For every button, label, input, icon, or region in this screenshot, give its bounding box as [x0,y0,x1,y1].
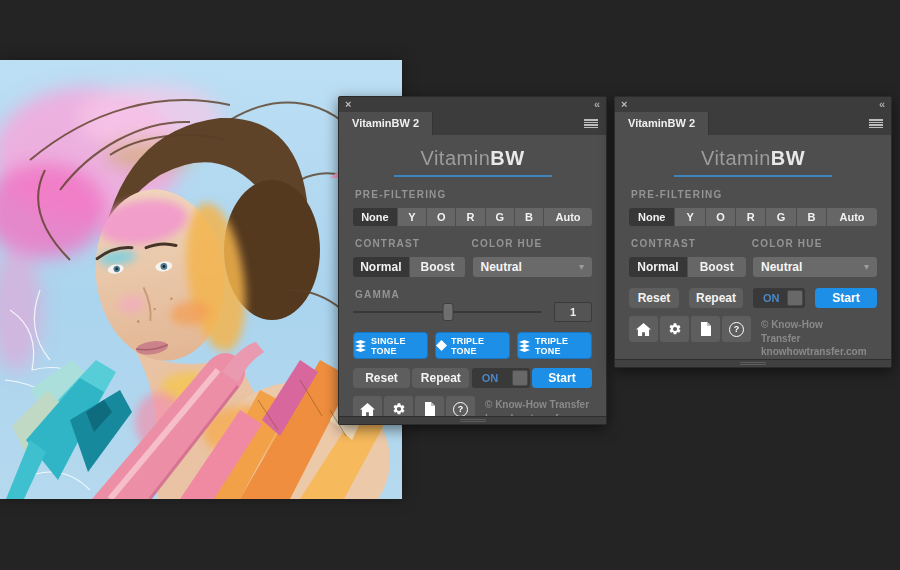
color-hue-label: COLOR HUE [748,238,875,249]
single-tone-label: SINGLE TONE [371,336,427,356]
pre-filtering-label: PRE-FILTERING [355,189,590,200]
triple-tone-button-b[interactable]: TRIPLE TONE [517,332,592,359]
plugin-title-bold: BW [771,147,805,169]
gear-icon [392,402,406,416]
on-toggle-label: ON [482,368,499,388]
triple-tone-button-a[interactable]: TRIPLE TONE [435,332,510,359]
filter-o-button[interactable]: O [427,208,455,226]
filter-g-button[interactable]: G [486,208,514,226]
color-hue-dropdown[interactable]: Neutral ▾ [753,257,877,277]
copyright-text: © Know-How Transfer knowhowtransfer.com [761,316,867,359]
copyright-line: knowhowtransfer.com [761,345,867,359]
on-toggle-knob[interactable] [787,290,803,306]
filter-o-button[interactable]: O [706,208,735,226]
chevron-down-icon: ▾ [864,261,869,272]
panel-right-tabbar: VitaminBW 2 [615,112,891,135]
document-icon [424,402,436,416]
panel-right-titlebar[interactable]: × « [615,97,891,112]
filter-r-button[interactable]: R [736,208,765,226]
triple-tone-label-a: TRIPLE TONE [451,336,509,356]
layers-stack-icon [518,340,531,352]
title-underline [674,175,832,177]
home-button[interactable] [629,316,658,342]
help-button[interactable]: ? [446,396,475,416]
plugin-title-bold: BW [490,147,524,169]
color-hue-value: Neutral [761,260,802,274]
settings-button[interactable] [384,396,413,416]
collapse-icon[interactable]: « [879,97,884,111]
collapse-icon[interactable]: « [594,97,599,111]
vitaminbw-panel-compact: × « VitaminBW 2 VitaminBW PRE-FILTERING … [614,96,892,368]
plugin-title-light: Vitamin [420,147,490,169]
filter-r-button[interactable]: R [456,208,484,226]
copyright-line: Transfer [761,332,867,346]
single-tone-button[interactable]: SINGLE TONE [353,332,428,359]
gamma-slider-handle[interactable] [442,303,453,321]
color-hue-label: COLOR HUE [468,238,590,249]
panel-left-content: VitaminBW PRE-FILTERING None Y O R G B A… [339,135,606,416]
plugin-title-light: Vitamin [701,147,771,169]
on-toggle[interactable]: ON [472,368,530,388]
panel-left-titlebar[interactable]: × « [339,97,606,112]
panel-resize-grip[interactable] [615,359,891,367]
gamma-value-field[interactable]: 1 [554,302,592,322]
contrast-label: CONTRAST [631,238,744,249]
panel-menu-icon[interactable] [869,119,883,128]
close-icon[interactable]: × [345,97,351,112]
reset-button[interactable]: Reset [353,368,410,388]
document-button[interactable] [691,316,720,342]
start-button[interactable]: Start [532,368,592,388]
layers-stack-icon [354,340,367,352]
reset-button[interactable]: Reset [629,288,679,308]
tab-vitaminbw2[interactable]: VitaminBW 2 [615,112,709,135]
start-button[interactable]: Start [815,288,877,308]
document-button[interactable] [415,396,444,416]
panel-menu-icon[interactable] [584,119,598,128]
close-icon[interactable]: × [621,97,627,112]
home-icon [360,403,375,416]
color-hue-dropdown[interactable]: Neutral ▾ [473,257,593,277]
filter-none-button[interactable]: None [629,208,674,226]
repeat-button[interactable]: Repeat [412,368,469,388]
copyright-text: © Know-How Transfer knowhowtransfer.com [485,396,591,416]
help-button[interactable]: ? [722,316,751,342]
filter-b-button[interactable]: B [797,208,826,226]
filter-b-button[interactable]: B [515,208,543,226]
diamond-icon [436,340,447,351]
chevron-down-icon: ▾ [579,261,584,272]
filter-none-button[interactable]: None [353,208,397,226]
filter-y-button[interactable]: Y [398,208,426,226]
panel-resize-grip[interactable] [339,416,606,424]
plugin-title: VitaminBW [353,147,592,177]
on-toggle-label: ON [763,288,780,308]
settings-button[interactable] [660,316,689,342]
contrast-normal-button[interactable]: Normal [629,257,687,277]
title-underline [394,175,552,177]
triple-tone-label-b: TRIPLE TONE [535,336,591,356]
contrast-label: CONTRAST [355,238,464,249]
color-hue-value: Neutral [481,260,522,274]
plugin-title: VitaminBW [629,147,877,177]
filter-g-button[interactable]: G [766,208,795,226]
tab-vitaminbw2[interactable]: VitaminBW 2 [339,112,433,135]
contrast-buttons: Normal Boost [353,257,465,277]
help-icon: ? [729,322,744,337]
pre-filter-buttons: None Y O R G B Auto [353,208,592,226]
filter-auto-button[interactable]: Auto [544,208,592,226]
contrast-normal-button[interactable]: Normal [353,257,409,277]
document-icon [700,322,712,336]
photoshop-workspace: × « VitaminBW 2 VitaminBW PRE-FILTERING … [0,0,900,570]
copyright-line: © Know-How Transfer [485,398,591,412]
filter-auto-button[interactable]: Auto [827,208,877,226]
contrast-boost-button[interactable]: Boost [410,257,466,277]
contrast-boost-button[interactable]: Boost [688,257,746,277]
filter-y-button[interactable]: Y [675,208,704,226]
on-toggle-knob[interactable] [512,370,528,386]
gamma-slider[interactable] [353,302,542,322]
copyright-line: © Know-How [761,318,867,332]
repeat-button[interactable]: Repeat [689,288,743,308]
home-button[interactable] [353,396,382,416]
pre-filter-buttons: None Y O R G B Auto [629,208,877,226]
on-toggle[interactable]: ON [753,288,805,308]
home-icon [636,323,651,336]
